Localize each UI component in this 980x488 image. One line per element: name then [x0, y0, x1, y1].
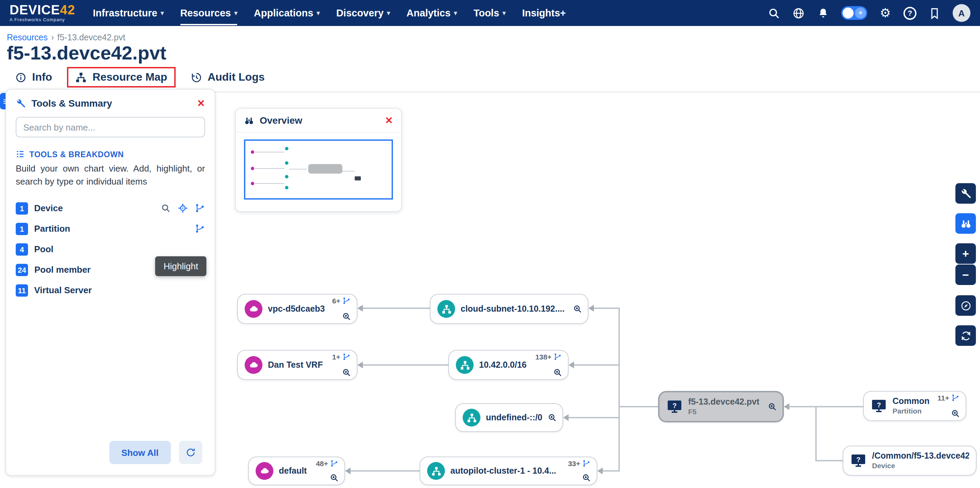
minimap-edge	[342, 171, 355, 172]
device42-logo[interactable]: DEVICE42 A Freshworks Company	[10, 4, 75, 22]
map-node-default-vrf[interactable]: default 48+	[248, 456, 345, 485]
node-label: Dan Test VRF	[268, 360, 323, 370]
minimap-viewport[interactable]	[308, 164, 342, 173]
settings-gear-icon[interactable]: ⚙	[879, 6, 892, 19]
toggle-knob	[843, 8, 854, 19]
minus-icon: −	[962, 269, 969, 281]
map-node-common-device[interactable]: ? /Common/f5-13.devce42... Device	[843, 446, 977, 476]
close-icon[interactable]: ✕	[197, 99, 205, 108]
zoom-in-icon[interactable]	[329, 473, 339, 483]
minimap-edge	[255, 152, 284, 153]
map-node-autopilot-cluster[interactable]: autopilot-cluster-1 - 10.4... 33+	[420, 456, 597, 485]
minimap-edge	[289, 169, 307, 170]
help-icon[interactable]: ?	[904, 6, 916, 19]
cloud-icon	[245, 356, 262, 374]
section-tools-breakdown: TOOLS & BREAKDOWN	[16, 150, 205, 159]
chevron-down-icon: ▾	[387, 10, 390, 16]
overview-header: Overview ✕	[236, 109, 401, 133]
overview-title: Overview	[260, 115, 380, 126]
chevron-down-icon: ▾	[454, 10, 457, 16]
minimap-node	[285, 175, 288, 178]
binoculars-icon	[960, 218, 972, 229]
edge-line	[815, 460, 843, 461]
subnet-icon	[463, 409, 480, 426]
minimap-node	[285, 147, 288, 150]
zoom-in-icon[interactable]	[582, 473, 591, 483]
node-connections-badge[interactable]: 33+	[568, 459, 590, 467]
zoom-in-button[interactable]: +	[955, 243, 976, 264]
breadcrumb-resources-link[interactable]: Resources	[7, 33, 48, 42]
overview-toggle-button[interactable]	[955, 213, 976, 234]
zoom-in-icon[interactable]	[342, 368, 351, 377]
search-icon[interactable]	[161, 203, 171, 213]
map-node-undefined-subnet[interactable]: undefined-::/0	[455, 403, 563, 432]
map-node-f5-selected[interactable]: ? f5-13.devce42.pvt F5	[658, 391, 784, 422]
nav-discovery[interactable]: Discovery▾	[336, 1, 390, 25]
nav-infrastructure[interactable]: Infrastructure▾	[93, 1, 164, 25]
node-label: /Common/f5-13.devce42...	[872, 451, 969, 461]
highlight-crosshair-icon[interactable]	[178, 203, 188, 213]
notifications-bell-icon[interactable]	[817, 6, 830, 19]
row-label: Device	[34, 203, 63, 213]
branch-icon	[342, 297, 351, 305]
search-icon[interactable]	[767, 6, 780, 19]
branch-icon[interactable]	[195, 203, 205, 213]
zoom-in-icon[interactable]	[342, 312, 351, 321]
page-title: f5-13.devce42.pvt	[7, 42, 166, 64]
user-avatar[interactable]: A	[953, 4, 970, 22]
node-connections-badge[interactable]: 138+	[535, 353, 562, 361]
panel-header: Tools & Summary ✕	[6, 89, 215, 111]
edge-line	[363, 308, 430, 309]
node-connections-badge[interactable]: 1+	[332, 353, 351, 361]
map-node-subnet-10-42[interactable]: 10.42.0.0/16 138+	[448, 350, 569, 380]
close-icon[interactable]: ✕	[385, 116, 393, 125]
edge-arrow	[784, 403, 789, 410]
map-node-common-partition[interactable]: ? Common Partition 11+	[863, 391, 966, 421]
zoom-out-button[interactable]: −	[955, 264, 976, 285]
compass-icon	[960, 300, 972, 311]
recenter-button[interactable]	[955, 295, 976, 316]
node-label: autopilot-cluster-1 - 10.4...	[450, 466, 556, 476]
map-node-cloud-subnet[interactable]: cloud-subnet-10.10.192....	[430, 294, 589, 324]
overview-minimap[interactable]	[244, 140, 393, 200]
bookmark-icon[interactable]	[928, 6, 941, 19]
edge-line	[351, 470, 420, 472]
breakdown-row-partition[interactable]: 1 Partition	[6, 218, 215, 239]
show-all-button[interactable]: Show All	[109, 441, 171, 464]
count-badge: 1	[16, 202, 28, 214]
node-label: f5-13.devce42.pvt	[688, 397, 759, 407]
node-connections-badge[interactable]: 48+	[316, 459, 338, 467]
nav-applications[interactable]: Applications▾	[254, 1, 320, 25]
zoom-in-icon[interactable]	[553, 368, 562, 377]
nav-tools[interactable]: Tools▾	[474, 1, 506, 25]
branch-icon[interactable]	[195, 224, 205, 234]
breadcrumb: Resources › f5-13.devce42.pvt	[7, 33, 126, 42]
edge-arrow	[569, 362, 574, 369]
device-monitor-icon: ?	[871, 398, 887, 414]
theme-toggle[interactable]: ☀	[841, 6, 867, 20]
refresh-button[interactable]	[179, 441, 202, 464]
node-label: 10.42.0.0/16	[479, 360, 527, 370]
tools-panel-button[interactable]	[955, 183, 976, 203]
node-sublabel: Partition	[892, 407, 929, 416]
svg-text:?: ?	[877, 401, 881, 409]
node-connections-badge[interactable]: 6+	[332, 297, 351, 305]
row-label: Pool	[34, 244, 53, 254]
zoom-in-icon[interactable]	[547, 413, 557, 422]
search-input[interactable]	[16, 117, 205, 137]
branch-icon	[330, 459, 338, 467]
zoom-in-icon[interactable]	[573, 304, 582, 314]
globe-icon[interactable]	[792, 6, 805, 19]
nav-analytics[interactable]: Analytics▾	[407, 1, 457, 25]
map-node-dan-test-vrf[interactable]: Dan Test VRF 1+	[237, 350, 358, 380]
nav-resources[interactable]: Resources▾	[180, 1, 237, 25]
nav-insights[interactable]: Insights+	[522, 1, 566, 25]
edge-line	[363, 364, 448, 366]
node-connections-badge[interactable]: 11+	[938, 394, 959, 402]
reload-map-button[interactable]	[955, 325, 976, 346]
breakdown-row-virtual-server[interactable]: 11 Virtual Server	[6, 280, 215, 300]
zoom-in-icon[interactable]	[767, 402, 777, 412]
zoom-in-icon[interactable]	[951, 409, 960, 418]
map-node-vpc[interactable]: vpc-d5dcaeb3 6+	[237, 294, 358, 324]
breakdown-row-device[interactable]: 1 Device	[6, 198, 215, 218]
